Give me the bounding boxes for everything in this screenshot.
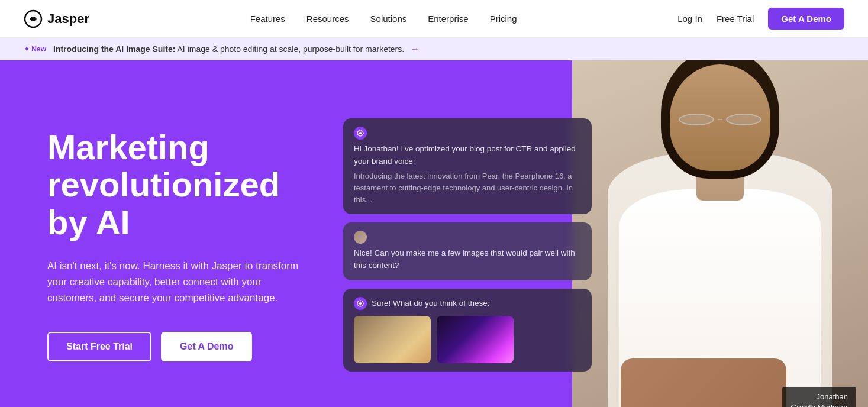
person-photo: Jonathan Growth Marketer <box>572 60 868 407</box>
navbar: Jasper Features Resources Solutions Ente… <box>0 0 868 38</box>
chat-bubble-1: Hi Jonathan! I've optimized your blog po… <box>343 118 592 214</box>
hero-left: Marketing revolutionized by AI AI isn't … <box>0 60 343 407</box>
logo-text: Jasper <box>47 11 89 27</box>
bubble-2-text: Nice! Can you make me a few images that … <box>354 247 581 272</box>
nav-enterprise[interactable]: Enterprise <box>428 14 468 24</box>
jasper-bubble-icon <box>354 127 367 140</box>
image-thumbnail-1 <box>354 316 431 363</box>
bubble-1-body: Introducing the latest innovation from P… <box>354 170 581 206</box>
hero-get-demo-button[interactable]: Get A Demo <box>161 332 252 361</box>
bubble-3-header: Sure! What do you think of these: <box>354 297 581 310</box>
bubble-2-header <box>354 231 581 244</box>
bubble-images <box>354 316 581 363</box>
nav-links: Features Resources Solutions Enterprise … <box>250 14 517 24</box>
hero-title: Marketing revolutionized by AI <box>47 128 308 241</box>
bubble-1-text: Hi Jonathan! I've optimized your blog po… <box>354 143 581 206</box>
image-thumbnail-2 <box>437 316 514 363</box>
hero-right: Hi Jonathan! I've optimized your blog po… <box>343 60 868 407</box>
new-badge: ✦ New <box>24 45 46 53</box>
person-name: Jonathan <box>790 392 848 402</box>
nav-solutions[interactable]: Solutions <box>370 14 407 24</box>
chat-bubbles: Hi Jonathan! I've optimized your blog po… <box>343 118 592 372</box>
hero-subtitle: AI isn't next, it's now. Harness it with… <box>47 258 308 306</box>
announcement-banner: ✦ New Introducing the AI Image Suite: AI… <box>0 38 868 60</box>
logo-link[interactable]: Jasper <box>24 9 89 28</box>
login-link[interactable]: Log In <box>677 14 702 24</box>
announcement-arrow[interactable]: → <box>410 44 420 54</box>
hero-section: Marketing revolutionized by AI AI isn't … <box>0 60 868 407</box>
announcement-text[interactable]: Introducing the AI Image Suite: AI image… <box>53 44 420 54</box>
person-photo-inner <box>572 60 868 407</box>
start-free-trial-button[interactable]: Start Free Trial <box>47 332 151 361</box>
person-title: Growth Marketer <box>790 402 848 407</box>
get-demo-button[interactable]: Get A Demo <box>768 8 844 30</box>
nav-pricing[interactable]: Pricing <box>490 14 517 24</box>
nav-right: Log In Free Trial Get A Demo <box>677 8 844 30</box>
jasper-logo-icon <box>24 9 43 28</box>
jasper-bubble-icon-2 <box>354 297 367 310</box>
bubble-3-text: Sure! What do you think of these: <box>372 298 490 310</box>
chat-bubble-2: Nice! Can you make me a few images that … <box>343 222 592 280</box>
person-name-badge: Jonathan Growth Marketer <box>782 387 856 407</box>
free-trial-link[interactable]: Free Trial <box>717 14 754 24</box>
user-avatar <box>354 231 367 244</box>
chat-bubble-3: Sure! What do you think of these: <box>343 289 592 372</box>
hero-buttons: Start Free Trial Get A Demo <box>47 332 308 361</box>
nav-features[interactable]: Features <box>250 14 285 24</box>
bubble-1-header <box>354 127 581 140</box>
nav-resources[interactable]: Resources <box>306 14 349 24</box>
